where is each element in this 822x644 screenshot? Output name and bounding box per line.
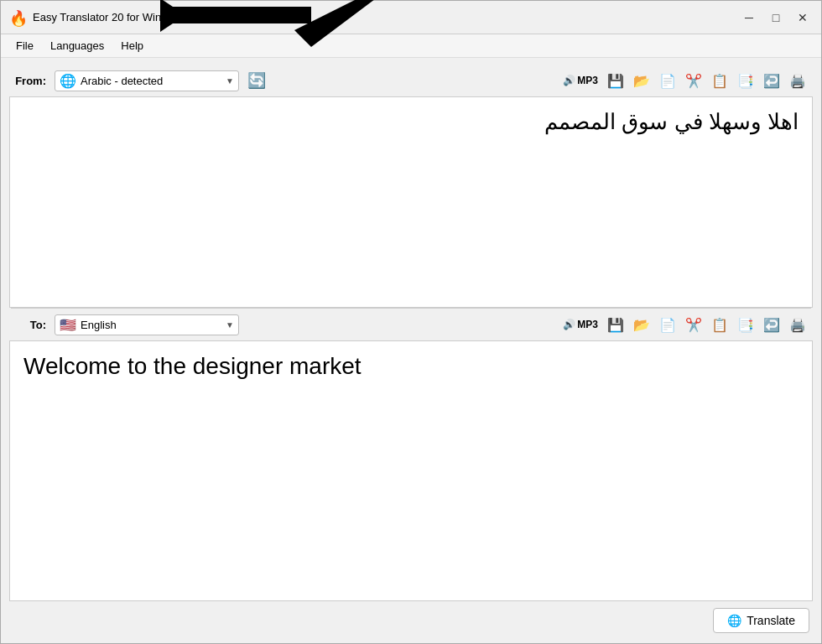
source-open-icon: 📂 [633,73,650,89]
maximize-button[interactable]: □ [766,8,786,28]
translate-button[interactable]: 🌐 Translate [713,608,809,633]
source-copy-button[interactable]: 📋 [708,70,731,91]
main-content: From: 🌐 Arabic - detected English French… [1,58,821,643]
source-open-button[interactable]: 📂 [630,70,653,91]
target-cut-button[interactable]: ✂️ [682,314,705,335]
source-toolbar-icons: 🔊 MP3 💾 📂 📄 ✂️ [559,70,809,91]
target-language-select[interactable]: English Arabic French Spanish [55,314,239,335]
source-language-select[interactable]: Arabic - detected English French Spanish [55,70,239,91]
target-print-button[interactable]: 🖨️ [786,314,809,335]
source-newfile-icon: 📄 [659,73,676,89]
close-button[interactable]: ✕ [793,8,813,28]
source-mp3-button[interactable]: 🔊 MP3 [559,73,601,88]
target-paste-icon: 📑 [737,317,754,333]
target-text-panel: Welcome to the designer market [9,340,813,601]
source-text-panel: اهلا وسهلا في سوق المصمم [9,96,813,308]
target-toolbar: To: 🇺🇸 English Arabic French Spanish ▼ 🔊 [9,309,813,340]
target-floppy-icon: 💾 [607,317,624,333]
title-bar-text: Easy Translator 20 for Windows - Single-… [33,11,739,23]
target-text-input[interactable]: Welcome to the designer market [10,341,812,600]
source-print-button[interactable]: 🖨️ [786,70,809,91]
source-lang-container: 🌐 Arabic - detected English French Spani… [55,70,239,91]
minimize-button[interactable]: ─ [739,8,759,28]
target-undo-icon: ↩️ [763,317,780,333]
source-mp3-label: MP3 [577,75,598,86]
target-toolbar-icons: 🔊 MP3 💾 📂 📄 ✂️ [559,314,809,335]
source-cut-button[interactable]: ✂️ [682,70,705,91]
title-bar: 🔥 Easy Translator 20 for Windows - Singl… [1,1,821,34]
target-newfile-button[interactable]: 📄 [656,314,679,335]
source-speaker-icon: 🔊 [563,75,575,86]
refresh-button[interactable]: 🔄 [246,70,268,91]
source-paste-button[interactable]: 📑 [734,70,757,91]
source-text-input[interactable]: اهلا وسهلا في سوق المصمم [10,97,812,307]
target-print-icon: 🖨️ [789,317,806,333]
source-newfile-button[interactable]: 📄 [656,70,679,91]
target-save-button[interactable]: 💾 [604,314,627,335]
from-label: From: [13,75,46,87]
source-save-button[interactable]: 💾 [604,70,627,91]
title-bar-controls: ─ □ ✕ [739,8,813,28]
target-mp3-label: MP3 [577,319,598,330]
menu-file[interactable]: File [8,36,42,55]
app-icon: 🔥 [9,9,26,26]
source-undo-button[interactable]: ↩️ [760,70,783,91]
source-floppy-icon: 💾 [607,73,624,89]
source-section: From: 🌐 Arabic - detected English French… [9,65,813,308]
target-undo-button[interactable]: ↩️ [760,314,783,335]
source-print-icon: 🖨️ [789,73,806,89]
target-paste-button[interactable]: 📑 [734,314,757,335]
target-cut-icon: ✂️ [685,317,702,333]
to-label: To: [13,319,46,331]
target-open-icon: 📂 [633,317,650,333]
source-paste-icon: 📑 [737,73,754,89]
translate-globe-icon: 🌐 [727,614,741,627]
target-copy-button[interactable]: 📋 [708,314,731,335]
target-mp3-button[interactable]: 🔊 MP3 [559,317,601,332]
source-cut-icon: ✂️ [685,73,702,89]
menu-help[interactable]: Help [112,36,152,55]
menu-languages[interactable]: Languages [42,36,112,55]
target-newfile-icon: 📄 [659,317,676,333]
translate-btn-row: 🌐 Translate [9,601,813,636]
source-undo-icon: ↩️ [763,73,780,89]
source-toolbar: From: 🌐 Arabic - detected English French… [9,65,813,96]
target-speaker-icon: 🔊 [563,319,575,330]
target-copy-icon: 📋 [711,317,728,333]
source-copy-icon: 📋 [711,73,728,89]
main-window: 🔥 Easy Translator 20 for Windows - Singl… [0,0,822,644]
target-lang-container: 🇺🇸 English Arabic French Spanish ▼ [55,314,239,335]
target-open-button[interactable]: 📂 [630,314,653,335]
menu-bar: File Languages Help [1,34,821,58]
translate-label: Translate [747,614,795,627]
target-section: To: 🇺🇸 English Arabic French Spanish ▼ 🔊 [9,309,813,636]
